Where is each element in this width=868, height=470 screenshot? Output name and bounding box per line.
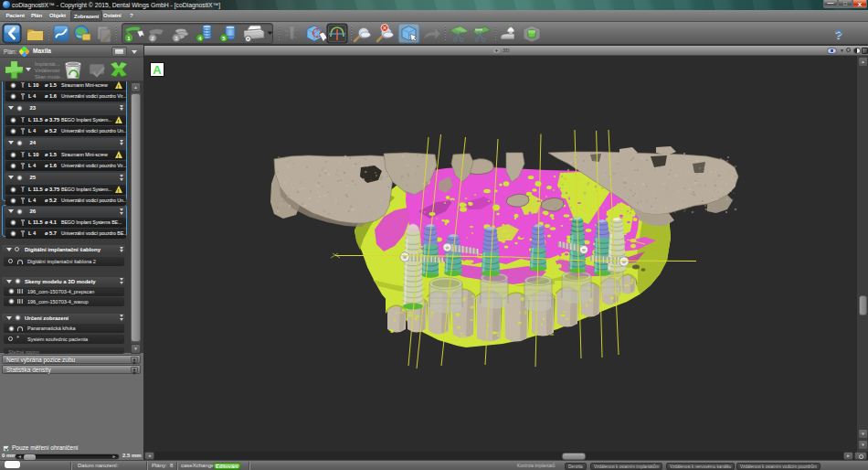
- svg-text:Vzdálenost: Vzdálenost: [35, 68, 60, 73]
- svg-text:?: ?: [835, 27, 842, 41]
- svg-text:Skan mode...: Skan mode...: [35, 74, 65, 80]
- svg-text:Implantát...: Implantát...: [35, 61, 60, 67]
